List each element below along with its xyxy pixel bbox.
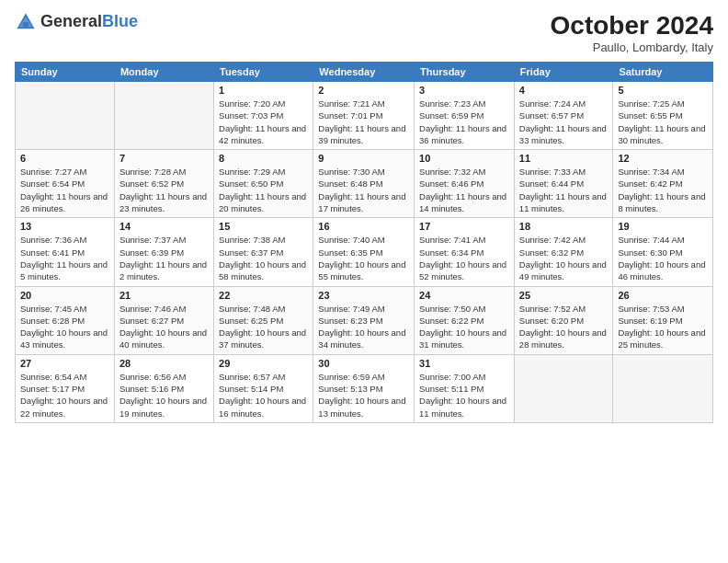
day-info: Sunrise: 6:56 AM Sunset: 5:16 PM Dayligh…: [119, 371, 209, 419]
day-info: Sunrise: 7:25 AM Sunset: 6:55 PM Dayligh…: [618, 98, 708, 146]
table-row: 4Sunrise: 7:24 AM Sunset: 6:57 PM Daylig…: [514, 82, 613, 150]
calendar-week-row: 13Sunrise: 7:36 AM Sunset: 6:41 PM Dayli…: [16, 218, 713, 286]
calendar-week-row: 20Sunrise: 7:45 AM Sunset: 6:28 PM Dayli…: [16, 286, 713, 354]
table-row: 8Sunrise: 7:29 AM Sunset: 6:50 PM Daylig…: [214, 150, 313, 218]
table-row: 25Sunrise: 7:52 AM Sunset: 6:20 PM Dayli…: [514, 286, 613, 354]
col-thursday: Thursday: [415, 63, 515, 82]
day-number: 6: [20, 153, 109, 164]
table-row: [114, 82, 213, 150]
table-row: 11Sunrise: 7:33 AM Sunset: 6:44 PM Dayli…: [514, 150, 613, 218]
day-number: 31: [419, 358, 509, 369]
day-info: Sunrise: 7:24 AM Sunset: 6:57 PM Dayligh…: [519, 98, 609, 146]
day-number: 28: [119, 358, 209, 369]
day-number: 12: [618, 153, 708, 164]
day-number: 26: [618, 290, 708, 301]
table-row: 1Sunrise: 7:20 AM Sunset: 7:03 PM Daylig…: [214, 82, 313, 150]
day-info: Sunrise: 6:54 AM Sunset: 5:17 PM Dayligh…: [20, 371, 109, 419]
table-row: [514, 354, 613, 422]
page: GeneralBlue October 2024 Paullo, Lombard…: [0, 0, 728, 563]
day-info: Sunrise: 7:40 AM Sunset: 6:35 PM Dayligh…: [318, 234, 409, 282]
day-number: 7: [119, 153, 209, 164]
day-number: 11: [519, 153, 609, 164]
day-number: 27: [20, 358, 109, 369]
day-info: Sunrise: 7:36 AM Sunset: 6:41 PM Dayligh…: [20, 234, 109, 282]
table-row: 15Sunrise: 7:38 AM Sunset: 6:37 PM Dayli…: [214, 218, 313, 286]
day-info: Sunrise: 7:50 AM Sunset: 6:22 PM Dayligh…: [419, 303, 509, 351]
col-wednesday: Wednesday: [313, 63, 415, 82]
col-tuesday: Tuesday: [214, 63, 313, 82]
day-number: 3: [419, 85, 509, 96]
day-info: Sunrise: 7:29 AM Sunset: 6:50 PM Dayligh…: [219, 166, 308, 214]
table-row: [16, 82, 115, 150]
calendar-header-row: Sunday Monday Tuesday Wednesday Thursday…: [16, 63, 713, 82]
day-number: 20: [20, 290, 109, 301]
col-monday: Monday: [114, 63, 213, 82]
day-info: Sunrise: 7:48 AM Sunset: 6:25 PM Dayligh…: [219, 303, 308, 351]
day-number: 4: [519, 85, 609, 96]
day-number: 18: [519, 221, 609, 232]
day-number: 30: [318, 358, 409, 369]
day-number: 29: [219, 358, 308, 369]
day-info: Sunrise: 7:53 AM Sunset: 6:19 PM Dayligh…: [618, 303, 708, 351]
location: Paullo, Lombardy, Italy: [551, 40, 713, 54]
day-number: 2: [318, 85, 409, 96]
day-info: Sunrise: 7:27 AM Sunset: 6:54 PM Dayligh…: [20, 166, 109, 214]
table-row: 10Sunrise: 7:32 AM Sunset: 6:46 PM Dayli…: [415, 150, 515, 218]
table-row: 31Sunrise: 7:00 AM Sunset: 5:11 PM Dayli…: [415, 354, 515, 422]
table-row: 28Sunrise: 6:56 AM Sunset: 5:16 PM Dayli…: [114, 354, 213, 422]
table-row: 30Sunrise: 6:59 AM Sunset: 5:13 PM Dayli…: [313, 354, 415, 422]
table-row: 5Sunrise: 7:25 AM Sunset: 6:55 PM Daylig…: [613, 82, 713, 150]
day-number: 10: [419, 153, 509, 164]
day-number: 25: [519, 290, 609, 301]
day-number: 24: [419, 290, 509, 301]
day-info: Sunrise: 7:23 AM Sunset: 6:59 PM Dayligh…: [419, 98, 509, 146]
table-row: 7Sunrise: 7:28 AM Sunset: 6:52 PM Daylig…: [114, 150, 213, 218]
logo-general-text: General: [40, 12, 102, 30]
table-row: 21Sunrise: 7:46 AM Sunset: 6:27 PM Dayli…: [114, 286, 213, 354]
day-info: Sunrise: 7:49 AM Sunset: 6:23 PM Dayligh…: [318, 303, 409, 351]
col-saturday: Saturday: [613, 63, 713, 82]
day-number: 14: [119, 221, 209, 232]
day-info: Sunrise: 7:00 AM Sunset: 5:11 PM Dayligh…: [419, 371, 509, 419]
table-row: 22Sunrise: 7:48 AM Sunset: 6:25 PM Dayli…: [214, 286, 313, 354]
table-row: 2Sunrise: 7:21 AM Sunset: 7:01 PM Daylig…: [313, 82, 415, 150]
logo-icon: [15, 11, 37, 33]
day-number: 15: [219, 221, 308, 232]
table-row: 14Sunrise: 7:37 AM Sunset: 6:39 PM Dayli…: [114, 218, 213, 286]
day-info: Sunrise: 7:21 AM Sunset: 7:01 PM Dayligh…: [318, 98, 409, 146]
day-info: Sunrise: 7:42 AM Sunset: 6:32 PM Dayligh…: [519, 234, 609, 282]
table-row: 19Sunrise: 7:44 AM Sunset: 6:30 PM Dayli…: [613, 218, 713, 286]
day-info: Sunrise: 7:38 AM Sunset: 6:37 PM Dayligh…: [219, 234, 308, 282]
table-row: 20Sunrise: 7:45 AM Sunset: 6:28 PM Dayli…: [16, 286, 115, 354]
table-row: [613, 354, 713, 422]
table-row: 29Sunrise: 6:57 AM Sunset: 5:14 PM Dayli…: [214, 354, 313, 422]
month-title: October 2024: [551, 11, 713, 40]
day-info: Sunrise: 6:57 AM Sunset: 5:14 PM Dayligh…: [219, 371, 308, 419]
day-info: Sunrise: 7:33 AM Sunset: 6:44 PM Dayligh…: [519, 166, 609, 214]
day-number: 5: [618, 85, 708, 96]
table-row: 18Sunrise: 7:42 AM Sunset: 6:32 PM Dayli…: [514, 218, 613, 286]
calendar-week-row: 27Sunrise: 6:54 AM Sunset: 5:17 PM Dayli…: [16, 354, 713, 422]
logo-blue-text: Blue: [102, 12, 138, 30]
day-info: Sunrise: 7:32 AM Sunset: 6:46 PM Dayligh…: [419, 166, 509, 214]
day-info: Sunrise: 7:46 AM Sunset: 6:27 PM Dayligh…: [119, 303, 209, 351]
day-info: Sunrise: 7:41 AM Sunset: 6:34 PM Dayligh…: [419, 234, 509, 282]
table-row: 27Sunrise: 6:54 AM Sunset: 5:17 PM Dayli…: [16, 354, 115, 422]
col-friday: Friday: [514, 63, 613, 82]
table-row: 17Sunrise: 7:41 AM Sunset: 6:34 PM Dayli…: [415, 218, 515, 286]
calendar-week-row: 1Sunrise: 7:20 AM Sunset: 7:03 PM Daylig…: [16, 82, 713, 150]
day-info: Sunrise: 7:37 AM Sunset: 6:39 PM Dayligh…: [119, 234, 209, 282]
table-row: 23Sunrise: 7:49 AM Sunset: 6:23 PM Dayli…: [313, 286, 415, 354]
day-info: Sunrise: 7:30 AM Sunset: 6:48 PM Dayligh…: [318, 166, 409, 214]
day-number: 16: [318, 221, 409, 232]
svg-rect-2: [23, 22, 28, 28]
day-number: 8: [219, 153, 308, 164]
day-number: 22: [219, 290, 308, 301]
day-info: Sunrise: 7:34 AM Sunset: 6:42 PM Dayligh…: [618, 166, 708, 214]
table-row: 9Sunrise: 7:30 AM Sunset: 6:48 PM Daylig…: [313, 150, 415, 218]
day-info: Sunrise: 7:52 AM Sunset: 6:20 PM Dayligh…: [519, 303, 609, 351]
logo: GeneralBlue: [15, 11, 138, 33]
table-row: 26Sunrise: 7:53 AM Sunset: 6:19 PM Dayli…: [613, 286, 713, 354]
day-info: Sunrise: 7:20 AM Sunset: 7:03 PM Dayligh…: [219, 98, 308, 146]
day-number: 13: [20, 221, 109, 232]
